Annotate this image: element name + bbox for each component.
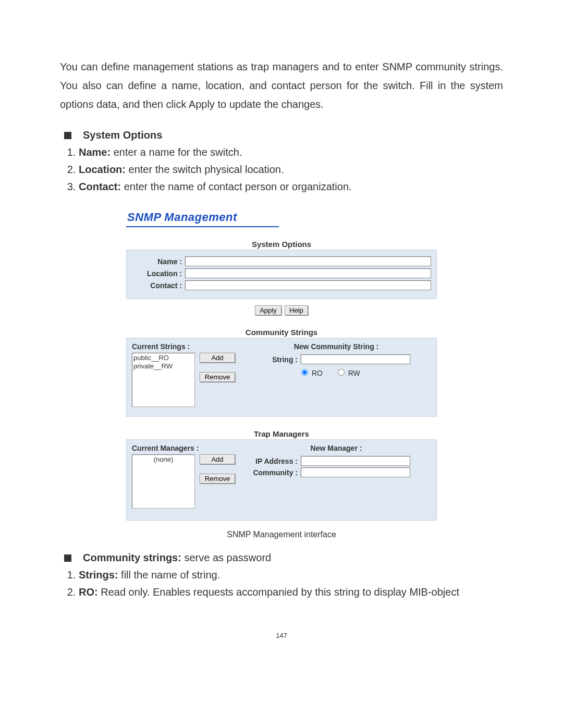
- list-item: Location: enter the switch physical loca…: [79, 162, 503, 178]
- location-label: Location :: [132, 269, 185, 278]
- trap-managers-title: Trap Managers: [126, 429, 437, 438]
- new-manager-head: New Manager :: [241, 444, 431, 452]
- string-input[interactable]: [301, 354, 410, 364]
- system-options-list: Name: enter a name for the switch.Locati…: [79, 144, 503, 195]
- location-input[interactable]: [185, 268, 431, 278]
- new-community-head: New Community String :: [241, 342, 431, 351]
- current-managers-head: Current Managers :: [132, 444, 241, 452]
- ro-radio-label: RO: [312, 369, 323, 377]
- ip-address-label: IP Address :: [241, 457, 301, 465]
- figure-caption: SNMP Management interface: [60, 530, 503, 539]
- current-strings-head: Current Strings :: [132, 342, 241, 351]
- community-label: Community :: [241, 468, 301, 477]
- rw-radio-label: RW: [348, 369, 360, 377]
- add-manager-button[interactable]: Add: [200, 454, 235, 464]
- ro-radio[interactable]: RO: [299, 369, 323, 377]
- snmp-management-panel: SNMP Management System Options Name : Lo…: [126, 211, 437, 521]
- help-button[interactable]: Help: [285, 305, 308, 315]
- community-input[interactable]: [301, 467, 410, 477]
- square-bullet-icon: [64, 132, 71, 139]
- square-bullet-icon: [64, 554, 71, 562]
- rw-radio[interactable]: RW: [335, 369, 360, 377]
- current-managers-listbox[interactable]: (none): [132, 454, 195, 509]
- community-strings-title: Community Strings: [126, 328, 437, 337]
- snmp-page-title: SNMP Management: [126, 211, 279, 227]
- managers-placeholder: (none): [133, 455, 193, 464]
- list-item: Contact: enter the name of contact perso…: [79, 179, 503, 195]
- list-item: RO: Read only. Enables requests accompan…: [79, 584, 503, 600]
- community-strings-bold: Community strings:: [83, 552, 181, 563]
- string-label: String :: [241, 355, 301, 364]
- name-label: Name :: [132, 257, 185, 266]
- list-item: Name: enter a name for the switch.: [79, 144, 503, 161]
- intro-paragraph: You can define management stations as tr…: [60, 57, 503, 114]
- contact-label: Contact :: [132, 281, 185, 290]
- list-item: Strings: fill the name of string.: [79, 567, 503, 583]
- name-input[interactable]: [185, 256, 431, 266]
- list-item[interactable]: private__RW: [133, 362, 193, 371]
- system-options-title: System Options: [83, 129, 162, 141]
- community-strings-rest: serve as password: [181, 552, 271, 563]
- add-string-button[interactable]: Add: [200, 353, 235, 363]
- current-strings-listbox[interactable]: public__ROprivate__RW: [132, 353, 195, 407]
- ip-address-input[interactable]: [301, 456, 410, 466]
- list-item[interactable]: public__RO: [133, 354, 193, 362]
- remove-string-button[interactable]: Remove: [200, 372, 235, 382]
- remove-manager-button[interactable]: Remove: [200, 474, 235, 484]
- community-strings-list: Strings: fill the name of string.RO: Rea…: [79, 567, 503, 600]
- system-options-heading: System Options: [60, 129, 503, 141]
- contact-input[interactable]: [185, 280, 431, 290]
- page-number: 147: [60, 632, 503, 639]
- community-strings-heading: Community strings: serve as password: [60, 552, 503, 564]
- system-options-panel-title: System Options: [126, 240, 437, 249]
- apply-button[interactable]: Apply: [255, 305, 282, 315]
